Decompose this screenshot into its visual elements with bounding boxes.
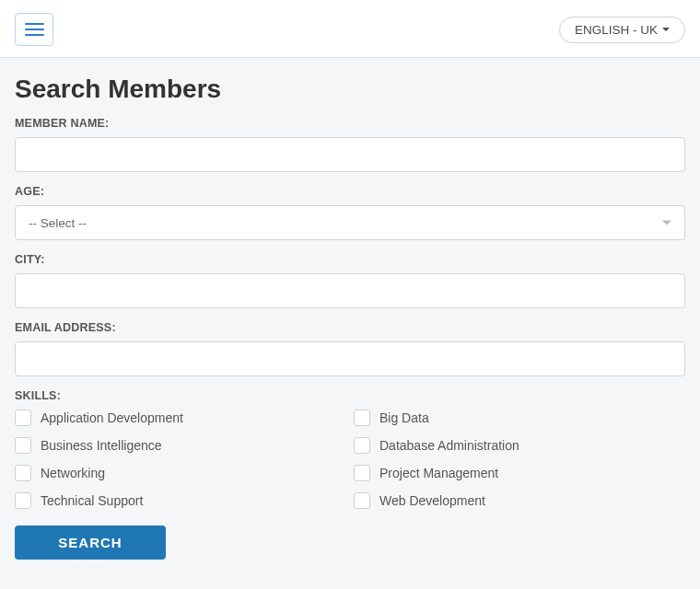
skill-checkbox[interactable] — [15, 465, 31, 481]
skill-label[interactable]: Networking — [41, 466, 105, 480]
skill-checkbox[interactable] — [354, 465, 370, 481]
hamburger-icon — [25, 29, 44, 30]
chevron-down-icon — [662, 221, 671, 225]
skill-label[interactable]: Business Intelligence — [41, 438, 162, 453]
skill-label[interactable]: Database Administration — [379, 438, 519, 453]
city-input[interactable] — [15, 273, 685, 308]
skill-item: Application Development — [15, 410, 346, 426]
skill-checkbox[interactable] — [15, 492, 31, 509]
age-group: AGE: -- Select -- — [15, 185, 685, 240]
skills-group: SKILLS: Application Development Big Data… — [15, 389, 685, 509]
skills-label: SKILLS: — [15, 389, 685, 402]
skill-item: Technical Support — [15, 492, 346, 509]
hamburger-icon — [25, 23, 44, 25]
skill-checkbox[interactable] — [15, 437, 31, 454]
email-label: EMAIL ADDRESS: — [15, 321, 685, 334]
age-select[interactable]: -- Select -- — [15, 205, 685, 240]
navbar: ENGLISH - UK — [0, 0, 700, 58]
skill-label[interactable]: Web Development — [379, 493, 485, 508]
skill-checkbox[interactable] — [354, 410, 370, 426]
email-group: EMAIL ADDRESS: — [15, 321, 685, 376]
language-dropdown[interactable]: ENGLISH - UK — [559, 17, 685, 43]
age-label: AGE: — [15, 185, 685, 198]
age-select-value: -- Select -- — [29, 216, 87, 230]
skill-item: Database Administration — [354, 437, 685, 454]
skill-label[interactable]: Technical Support — [41, 493, 143, 508]
skill-item: Business Intelligence — [15, 437, 346, 454]
skills-grid: Application Development Big Data Busines… — [15, 410, 685, 509]
member-name-input[interactable] — [15, 137, 685, 172]
language-label: ENGLISH - UK — [575, 23, 658, 37]
skill-item: Project Management — [354, 465, 685, 481]
skill-item: Networking — [15, 465, 346, 481]
skill-checkbox[interactable] — [354, 492, 370, 509]
main-content: Search Members MEMBER NAME: AGE: -- Sele… — [0, 58, 700, 574]
city-label: CITY: — [15, 253, 685, 266]
page-title: Search Members — [15, 75, 685, 104]
skill-label[interactable]: Project Management — [379, 466, 498, 480]
skill-checkbox[interactable] — [354, 437, 370, 454]
skill-item: Web Development — [354, 492, 685, 509]
skill-checkbox[interactable] — [15, 410, 31, 426]
email-input[interactable] — [15, 341, 685, 376]
hamburger-icon — [25, 34, 44, 36]
menu-toggle-button[interactable] — [15, 13, 53, 46]
member-name-group: MEMBER NAME: — [15, 117, 685, 172]
city-group: CITY: — [15, 253, 685, 308]
search-button[interactable]: SEARCH — [15, 525, 166, 560]
skill-item: Big Data — [354, 410, 685, 426]
skill-label[interactable]: Big Data — [379, 410, 429, 425]
member-name-label: MEMBER NAME: — [15, 117, 685, 130]
caret-down-icon — [662, 28, 670, 31]
skill-label[interactable]: Application Development — [41, 410, 183, 425]
